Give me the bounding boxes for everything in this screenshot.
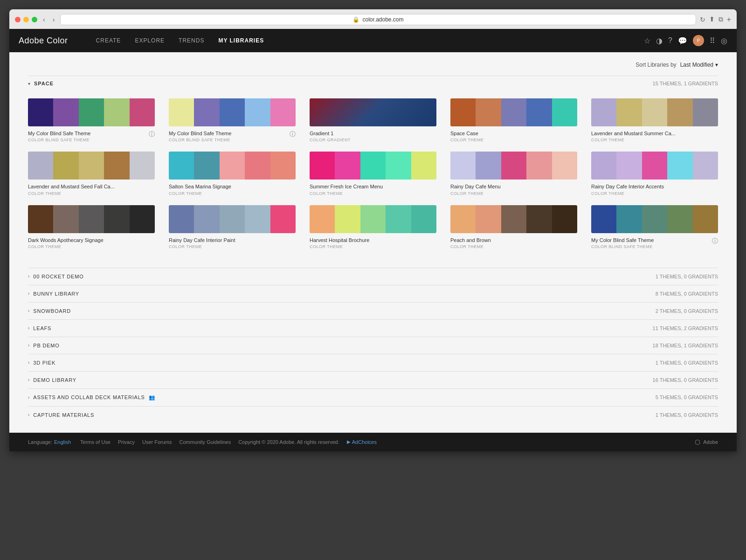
nav-trends[interactable]: TRENDS xyxy=(179,35,204,46)
help-icon[interactable]: ? xyxy=(668,36,672,45)
nav-explore[interactable]: EXPLORE xyxy=(135,35,165,46)
sort-label: Sort Libraries by xyxy=(635,62,676,68)
theme-swatch xyxy=(591,205,718,233)
main-content: Sort Libraries by Last Modified ▾ ▾ SPAC… xyxy=(9,52,737,433)
library-row-demo[interactable]: › DEMO LIBRARY 16 THEMES, 0 GRADIENTS xyxy=(28,371,718,388)
info-icon: ⓘ xyxy=(149,130,155,138)
library-count: 5 THEMES, 0 GRADIENTS xyxy=(656,394,718,400)
theme-subtitle: COLOR THEME xyxy=(450,138,577,142)
library-row-leafs[interactable]: › LEAFS 11 THEMES, 2 GRADIENTS xyxy=(28,319,718,337)
nav-links: CREATE EXPLORE TRENDS MY LIBRARIES xyxy=(96,35,644,46)
forward-button[interactable]: › xyxy=(51,15,57,24)
theme-title: Rainy Day Cafe Menu xyxy=(450,183,577,190)
library-count: 1 THEMES, 0 GRADIENTS xyxy=(656,360,718,366)
footer-language[interactable]: English xyxy=(54,439,71,445)
library-row-rocket[interactable]: › 00 ROCKET DEMO 1 THEMES, 0 GRADIENTS xyxy=(28,268,718,285)
library-row-bunny[interactable]: › BUNNY LIBRARY 8 THEMES, 0 GRADIENTS xyxy=(28,285,718,302)
footer-privacy[interactable]: Privacy xyxy=(118,439,135,445)
theme-item[interactable]: Rainy Day Cafe Interior Paint COLOR THEM… xyxy=(169,205,296,249)
library-row-3d-piek[interactable]: › 3D PIEK 1 THEMES, 0 GRADIENTS xyxy=(28,354,718,371)
share-icon[interactable]: ⬆ xyxy=(709,15,715,24)
space-library-header[interactable]: ▾ SPACE 15 THEMES, 1 GRADIENTS xyxy=(28,76,718,91)
brand-logo: Adobe Color xyxy=(19,36,68,46)
star-icon[interactable]: ☆ xyxy=(644,36,650,45)
theme-subtitle: COLOR BLIND SAFE THEME xyxy=(591,244,654,249)
collapse-chevron: ▾ xyxy=(28,81,30,86)
theme-item[interactable]: Peach and Brown COLOR THEME xyxy=(450,205,577,249)
theme-item[interactable]: Gradient 1 COLOR GRADIENT xyxy=(310,98,436,142)
address-bar[interactable]: 🔒 color.adobe.com xyxy=(60,14,696,25)
theme-subtitle: COLOR THEME xyxy=(450,244,577,249)
theme-item[interactable]: Summer Fresh Ice Cream Menu COLOR THEME xyxy=(310,152,436,195)
info-icon: ⓘ xyxy=(290,130,296,138)
back-button[interactable]: ‹ xyxy=(41,15,47,24)
theme-swatch xyxy=(450,98,577,126)
tabs-icon[interactable]: ⧉ xyxy=(718,15,723,24)
minimize-button[interactable] xyxy=(23,17,29,22)
ad-choices-icon: ▶ xyxy=(347,439,351,444)
footer-language-label: Language: xyxy=(28,439,52,445)
theme-title: Gradient 1 xyxy=(310,130,436,137)
footer-terms[interactable]: Terms of Use xyxy=(80,439,111,445)
traffic-lights xyxy=(15,17,37,22)
theme-item[interactable]: Lavender and Mustard Summer Ca... COLOR … xyxy=(591,98,718,142)
theme-title: Lavender and Mustard Seed Fall Ca... xyxy=(28,183,155,190)
nav-create[interactable]: CREATE xyxy=(96,35,121,46)
sort-dropdown[interactable]: Last Modified ▾ xyxy=(680,62,718,68)
chevron-right-icon: › xyxy=(28,308,29,313)
library-row-pb-demo[interactable]: › PB DEMO 18 THEMES, 1 GRADIENTS xyxy=(28,337,718,354)
footer-links: Terms of Use Privacy User Forums Communi… xyxy=(80,439,339,445)
library-row-snowboard[interactable]: › SNOWBOARD 2 THEMES, 0 GRADIENTS xyxy=(28,302,718,319)
theme-item[interactable]: Lavender and Mustard Seed Fall Ca... COL… xyxy=(28,152,155,195)
reload-icon[interactable]: ↻ xyxy=(700,16,705,23)
library-count: 11 THEMES, 2 GRADIENTS xyxy=(653,325,718,331)
adobe-logo-area: ⬡ Adobe xyxy=(695,438,718,446)
close-button[interactable] xyxy=(15,17,21,22)
sort-bar: Sort Libraries by Last Modified ▾ xyxy=(28,62,718,68)
footer-forums[interactable]: User Forums xyxy=(142,439,172,445)
theme-swatch xyxy=(169,152,296,180)
theme-subtitle: COLOR THEME xyxy=(169,244,296,249)
theme-item[interactable]: Dark Woods Apothecary Signage COLOR THEM… xyxy=(28,205,155,249)
creative-cloud-icon[interactable]: ◎ xyxy=(721,36,727,45)
theme-item[interactable]: Rainy Day Cafe Interior Accents COLOR TH… xyxy=(591,152,718,195)
top-nav: Adobe Color CREATE EXPLORE TRENDS MY LIB… xyxy=(9,29,737,52)
theme-swatch xyxy=(450,152,577,180)
theme-subtitle: COLOR THEME xyxy=(591,138,718,142)
theme-item[interactable]: Rainy Day Cafe Menu COLOR THEME xyxy=(450,152,577,195)
theme-swatch xyxy=(28,152,155,180)
theme-title: Salton Sea Marina Signage xyxy=(169,183,296,190)
theme-item[interactable]: Harvest Hospital Brochure COLOR THEME xyxy=(310,205,436,249)
apps-icon[interactable]: ⠿ xyxy=(710,36,715,45)
chat-icon[interactable]: 💬 xyxy=(678,36,687,45)
theme-swatch xyxy=(591,152,718,180)
chevron-right-icon: › xyxy=(28,412,29,417)
theme-swatch xyxy=(28,98,155,126)
library-count: 16 THEMES, 0 GRADIENTS xyxy=(653,377,718,383)
chevron-right-icon: › xyxy=(28,377,29,382)
library-row-assets[interactable]: › ASSETS AND COLLAB DECK MATERIALS 👥 5 T… xyxy=(28,388,718,406)
theme-item[interactable]: My Color Blind Safe Theme COLOR BLIND SA… xyxy=(28,98,155,142)
nav-my-libraries[interactable]: MY LIBRARIES xyxy=(218,35,264,46)
theme-item[interactable]: My Color Blind Safe Theme COLOR BLIND SA… xyxy=(169,98,296,142)
chevron-right-icon: › xyxy=(28,291,29,296)
new-tab-icon[interactable]: + xyxy=(727,15,731,24)
maximize-button[interactable] xyxy=(32,17,37,22)
theme-item[interactable]: Salton Sea Marina Signage COLOR THEME xyxy=(169,152,296,195)
collapsed-libraries: › 00 ROCKET DEMO 1 THEMES, 0 GRADIENTS ›… xyxy=(28,268,718,423)
library-row-capture[interactable]: › CAPTURE MATERIALS 1 THEMES, 0 GRADIENT… xyxy=(28,406,718,423)
library-name: DEMO LIBRARY xyxy=(33,377,76,383)
ad-choices-label[interactable]: AdChoices xyxy=(352,439,377,445)
info-icon: ⓘ xyxy=(712,237,718,245)
theme-title: Rainy Day Cafe Interior Paint xyxy=(169,237,296,243)
theme-item[interactable]: Space Case COLOR THEME xyxy=(450,98,577,142)
theme-item[interactable]: My Color Blind Safe Theme COLOR BLIND SA… xyxy=(591,205,718,249)
chevron-right-icon: › xyxy=(28,274,29,279)
theme-swatch xyxy=(310,205,436,233)
chevron-right-icon: › xyxy=(28,343,29,348)
footer-guidelines[interactable]: Community Guidelines xyxy=(180,439,231,445)
library-name: ASSETS AND COLLAB DECK MATERIALS xyxy=(33,394,145,400)
avatar[interactable]: P xyxy=(693,35,704,46)
theme-swatch xyxy=(310,152,436,180)
moon-icon[interactable]: ◑ xyxy=(656,36,663,45)
